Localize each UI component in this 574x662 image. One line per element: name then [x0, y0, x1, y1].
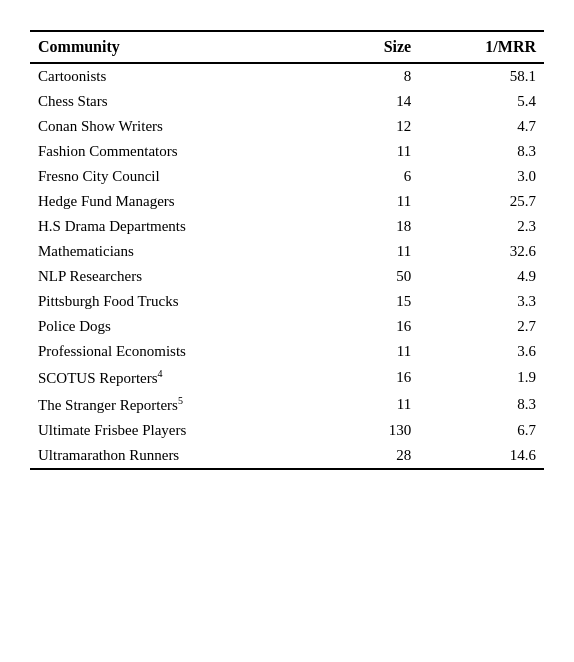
cell-community: Fresno City Council	[30, 164, 338, 189]
cell-size: 11	[338, 239, 420, 264]
table-row: H.S Drama Departments182.3	[30, 214, 544, 239]
cell-size: 16	[338, 314, 420, 339]
cell-mrr: 32.6	[419, 239, 544, 264]
cell-community: Mathematicians	[30, 239, 338, 264]
cell-community: H.S Drama Departments	[30, 214, 338, 239]
table-row: Hedge Fund Managers1125.7	[30, 189, 544, 214]
cell-community: SCOTUS Reporters4	[30, 364, 338, 391]
table-header-row: Community Size 1/MRR	[30, 31, 544, 63]
cell-community: Fashion Commentators	[30, 139, 338, 164]
table-row: Fashion Commentators118.3	[30, 139, 544, 164]
cell-community: Pittsburgh Food Trucks	[30, 289, 338, 314]
cell-community: NLP Researchers	[30, 264, 338, 289]
table-row: Cartoonists858.1	[30, 63, 544, 89]
cell-community: Hedge Fund Managers	[30, 189, 338, 214]
header-size: Size	[338, 31, 420, 63]
cell-mrr: 1.9	[419, 364, 544, 391]
cell-mrr: 8.3	[419, 139, 544, 164]
cell-community: The Stranger Reporters5	[30, 391, 338, 418]
cell-community: Police Dogs	[30, 314, 338, 339]
table-row: The Stranger Reporters5118.3	[30, 391, 544, 418]
cell-mrr: 3.0	[419, 164, 544, 189]
table-row: Professional Economists113.6	[30, 339, 544, 364]
cell-community: Professional Economists	[30, 339, 338, 364]
table-row: Mathematicians1132.6	[30, 239, 544, 264]
cell-community: Cartoonists	[30, 63, 338, 89]
cell-size: 11	[338, 339, 420, 364]
table-row: NLP Researchers504.9	[30, 264, 544, 289]
table-row: Ultimate Frisbee Players1306.7	[30, 418, 544, 443]
cell-mrr: 8.3	[419, 391, 544, 418]
table-row: Police Dogs162.7	[30, 314, 544, 339]
cell-size: 14	[338, 89, 420, 114]
cell-mrr: 4.7	[419, 114, 544, 139]
cell-size: 11	[338, 139, 420, 164]
community-table: Community Size 1/MRR Cartoonists858.1Che…	[30, 30, 544, 470]
table-row: Chess Stars145.4	[30, 89, 544, 114]
cell-size: 50	[338, 264, 420, 289]
cell-size: 28	[338, 443, 420, 469]
cell-mrr: 4.9	[419, 264, 544, 289]
cell-mrr: 3.3	[419, 289, 544, 314]
cell-community: Ultramarathon Runners	[30, 443, 338, 469]
cell-community: Conan Show Writers	[30, 114, 338, 139]
cell-mrr: 5.4	[419, 89, 544, 114]
cell-mrr: 2.7	[419, 314, 544, 339]
cell-mrr: 25.7	[419, 189, 544, 214]
table-row: Pittsburgh Food Trucks153.3	[30, 289, 544, 314]
cell-community: Ultimate Frisbee Players	[30, 418, 338, 443]
cell-size: 12	[338, 114, 420, 139]
table-row: Ultramarathon Runners2814.6	[30, 443, 544, 469]
header-community: Community	[30, 31, 338, 63]
cell-mrr: 6.7	[419, 418, 544, 443]
cell-mrr: 3.6	[419, 339, 544, 364]
cell-size: 8	[338, 63, 420, 89]
cell-mrr: 2.3	[419, 214, 544, 239]
cell-community: Chess Stars	[30, 89, 338, 114]
cell-size: 15	[338, 289, 420, 314]
table-row: Fresno City Council63.0	[30, 164, 544, 189]
cell-size: 6	[338, 164, 420, 189]
cell-size: 16	[338, 364, 420, 391]
table-row: Conan Show Writers124.7	[30, 114, 544, 139]
cell-mrr: 14.6	[419, 443, 544, 469]
table-row: SCOTUS Reporters4161.9	[30, 364, 544, 391]
cell-size: 130	[338, 418, 420, 443]
cell-size: 11	[338, 391, 420, 418]
cell-mrr: 58.1	[419, 63, 544, 89]
table-container: Community Size 1/MRR Cartoonists858.1Che…	[30, 30, 544, 470]
header-mrr: 1/MRR	[419, 31, 544, 63]
cell-size: 11	[338, 189, 420, 214]
cell-size: 18	[338, 214, 420, 239]
